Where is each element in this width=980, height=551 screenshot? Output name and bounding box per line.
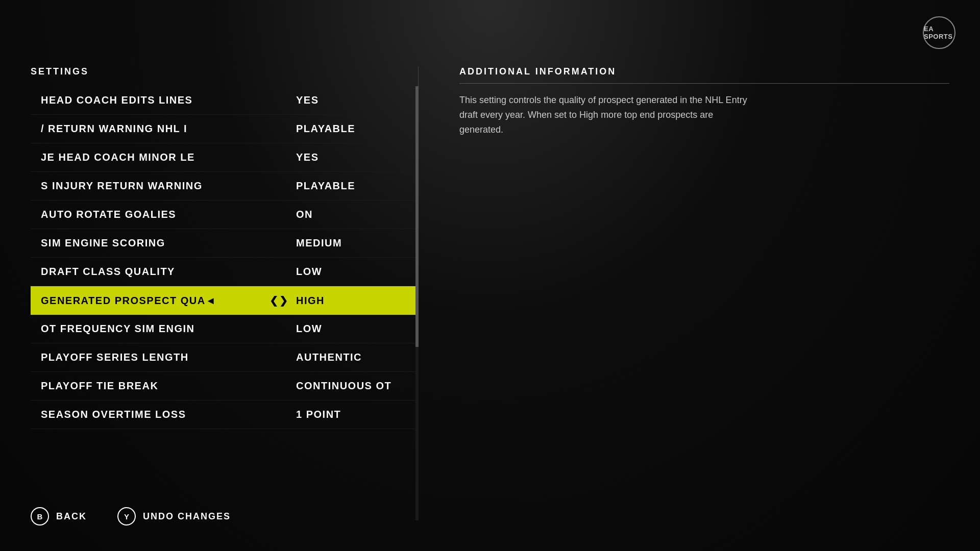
setting-value-auto-rotate-goalies: ON [296, 209, 408, 220]
setting-arrows-generated-prospect-quality[interactable]: ❮❯ [270, 294, 288, 307]
settings-title: SETTINGS [31, 66, 419, 77]
setting-value-playoff-tie-break: CONTINUOUS OT [296, 380, 408, 392]
setting-row-season-overtime-loss[interactable]: SEASON OVERTIME LOSS1 POINT [31, 400, 419, 429]
setting-value-sim-engine-scoring: MEDIUM [296, 237, 408, 249]
setting-value-generated-prospect-quality: HIGH [296, 295, 408, 307]
setting-value-playoff-series-length: AUTHENTIC [296, 352, 408, 363]
scroll-thumb[interactable] [415, 86, 419, 347]
setting-name-ot-frequency: OT FREQUENCY SIM ENGIN [41, 323, 296, 335]
setting-value-injury-return-warning: PLAYABLE [296, 123, 408, 135]
setting-value-head-coach-edits-lines: YES [296, 94, 408, 106]
additional-info-text: This setting controls the quality of pro… [459, 93, 755, 137]
settings-list: HEAD COACH EDITS LINESYES/ RETURN WARNIN… [31, 86, 419, 520]
setting-value-je-head-coach: YES [296, 152, 408, 163]
setting-value-ot-frequency: LOW [296, 323, 408, 335]
setting-row-head-coach-edits-lines[interactable]: HEAD COACH EDITS LINESYES [31, 86, 419, 115]
setting-name-playoff-series-length: PLAYOFF SERIES LENGTH [41, 352, 296, 363]
setting-row-sim-engine-scoring[interactable]: SIM ENGINE SCORINGMEDIUM [31, 229, 419, 258]
setting-row-generated-prospect-quality[interactable]: GENERATED PROSPECT QUA◄❮❯HIGH [31, 286, 419, 315]
setting-row-ot-frequency[interactable]: OT FREQUENCY SIM ENGINLOW [31, 315, 419, 343]
setting-row-playoff-series-length[interactable]: PLAYOFF SERIES LENGTHAUTHENTIC [31, 343, 419, 372]
setting-name-sim-engine-scoring: SIM ENGINE SCORING [41, 237, 296, 249]
setting-name-head-coach-edits-lines: HEAD COACH EDITS LINES [41, 94, 296, 106]
setting-name-generated-prospect-quality: GENERATED PROSPECT QUA◄ [41, 295, 270, 307]
setting-value-season-overtime-loss: 1 POINT [296, 409, 408, 420]
setting-name-injury-return-warning: / RETURN WARNING NHL I [41, 123, 296, 135]
ea-sports-logo: EA SPORTS [923, 16, 955, 49]
setting-name-injury-return-warning-2: S INJURY RETURN WARNING [41, 180, 296, 192]
setting-name-season-overtime-loss: SEASON OVERTIME LOSS [41, 409, 296, 420]
setting-name-draft-class-quality: DRAFT CLASS QUALITY [41, 266, 296, 278]
setting-row-injury-return-warning[interactable]: / RETURN WARNING NHL IPLAYABLE [31, 115, 419, 143]
setting-row-draft-class-quality[interactable]: DRAFT CLASS QUALITYLOW [31, 258, 419, 286]
setting-value-injury-return-warning-2: PLAYABLE [296, 180, 408, 192]
setting-row-je-head-coach[interactable]: JE HEAD COACH MINOR LEYES [31, 143, 419, 172]
setting-row-injury-return-warning-2[interactable]: S INJURY RETURN WARNINGPLAYABLE [31, 172, 419, 201]
additional-info-title: ADDITIONAL INFORMATION [459, 66, 949, 84]
settings-panel: SETTINGS HEAD COACH EDITS LINESYES/ RETU… [31, 66, 419, 520]
scrollbar[interactable] [415, 86, 419, 520]
setting-name-je-head-coach: JE HEAD COACH MINOR LE [41, 152, 296, 163]
setting-row-auto-rotate-goalies[interactable]: AUTO ROTATE GOALIESON [31, 201, 419, 229]
setting-name-auto-rotate-goalies: AUTO ROTATE GOALIES [41, 209, 296, 220]
setting-name-playoff-tie-break: PLAYOFF TIE BREAK [41, 380, 296, 392]
setting-value-draft-class-quality: LOW [296, 266, 408, 278]
setting-row-playoff-tie-break[interactable]: PLAYOFF TIE BREAKCONTINUOUS OT [31, 372, 419, 400]
info-panel: ADDITIONAL INFORMATION This setting cont… [419, 66, 949, 520]
